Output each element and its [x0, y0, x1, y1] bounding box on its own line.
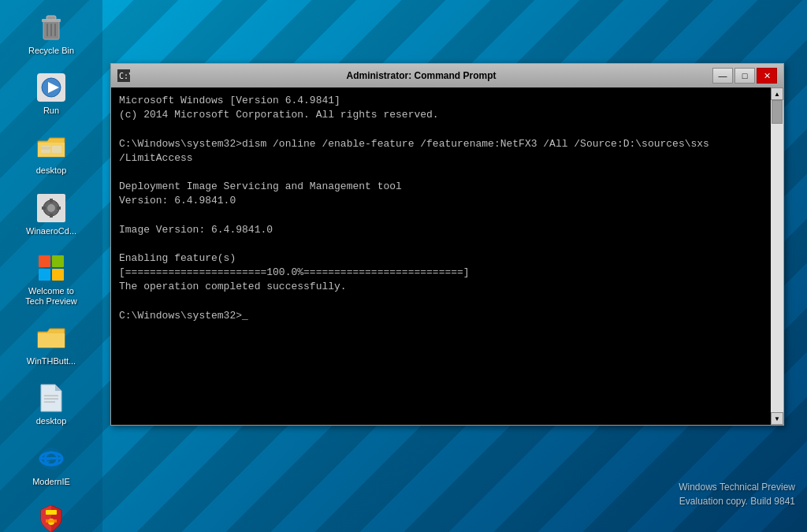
recycle-bin-label: Recycle Bin: [28, 46, 74, 56]
recycle-bin-image: [35, 12, 67, 43]
svg-rect-20: [39, 255, 50, 267]
svg-rect-10: [52, 146, 61, 153]
modernie-icon[interactable]: e ModernIE: [20, 439, 83, 491]
svg-rect-22: [39, 269, 50, 281]
watermark: Windows Technical Preview Evaluation cop…: [679, 480, 795, 508]
svg-rect-19: [57, 206, 61, 210]
svg-rect-21: [52, 255, 64, 267]
scroll-down-arrow[interactable]: ▼: [771, 412, 783, 425]
minimize-button[interactable]: —: [712, 68, 733, 84]
winaero-label: WinaeroCd...: [26, 226, 76, 236]
run-icon[interactable]: Run: [20, 68, 83, 120]
svg-rect-17: [50, 214, 53, 218]
watermark-line2: Evaluation copy. Build 9841: [679, 494, 795, 508]
modernie-image: e: [35, 443, 67, 474]
svg-rect-23: [52, 269, 64, 281]
cmd-titlebar: C:\ Administrator: Command Prompt — □ ✕: [111, 64, 783, 87]
winthbutt-label: WinTHButt...: [27, 356, 76, 366]
desktop2-label: desktop: [36, 416, 67, 426]
run-label: Run: [43, 106, 59, 116]
scroll-up-arrow[interactable]: ▲: [771, 87, 783, 100]
desktop1-icon[interactable]: desktop: [20, 128, 83, 180]
scrollbar-track[interactable]: [771, 100, 783, 412]
winthbutt-icon[interactable]: WinTHButt...: [20, 318, 83, 370]
cmd-window-buttons: — □ ✕: [712, 68, 777, 84]
winthbutt-image: [35, 322, 67, 354]
svg-rect-9: [41, 146, 50, 153]
cmd-body: Microsoft Windows [Version 6.4.9841] (c)…: [111, 87, 783, 425]
desktop-sidebar: Recycle Bin Run: [0, 0, 102, 532]
regowners-image: [35, 503, 67, 532]
svg-rect-2: [46, 16, 56, 20]
scrollbar-thumb[interactable]: [772, 100, 783, 124]
desktop1-label: desktop: [36, 166, 67, 176]
cmd-titlebar-icon: C:\: [117, 69, 130, 82]
cmd-terminal-output[interactable]: Microsoft Windows [Version 6.4.9841] (c)…: [111, 87, 771, 425]
winaero-image: [35, 192, 67, 224]
run-image: [35, 72, 67, 103]
welcome-icon[interactable]: Welcome to Tech Preview: [20, 248, 83, 311]
desktop: Recycle Bin Run: [0, 0, 807, 532]
modernie-label: ModernIE: [32, 477, 70, 487]
cmd-scrollbar[interactable]: ▲ ▼: [771, 87, 783, 425]
svg-rect-16: [50, 199, 53, 203]
regowners-icon[interactable]: RegOwners...: [20, 499, 83, 532]
svg-rect-32: [46, 510, 57, 515]
cmd-title: Administrator: Command Prompt: [135, 70, 708, 81]
svg-point-15: [47, 204, 55, 212]
winaero-icon[interactable]: WinaeroCd...: [20, 188, 83, 240]
welcome-label: Welcome to Tech Preview: [25, 286, 76, 307]
recycle-bin-icon[interactable]: Recycle Bin: [20, 8, 83, 60]
svg-rect-34: [46, 519, 57, 523]
svg-text:e: e: [45, 454, 50, 465]
desktop2-icon[interactable]: desktop: [20, 378, 83, 430]
svg-rect-30: [40, 457, 62, 459]
svg-rect-18: [42, 206, 46, 210]
close-button[interactable]: ✕: [757, 68, 777, 84]
svg-text:C:\: C:\: [119, 72, 130, 80]
desktop2-image: [35, 382, 67, 414]
welcome-image: [35, 252, 67, 284]
cmd-window: C:\ Administrator: Command Prompt — □ ✕ …: [110, 63, 784, 426]
desktop1-image: [35, 132, 67, 163]
maximize-button[interactable]: □: [734, 68, 755, 84]
watermark-line1: Windows Technical Preview: [679, 480, 795, 494]
